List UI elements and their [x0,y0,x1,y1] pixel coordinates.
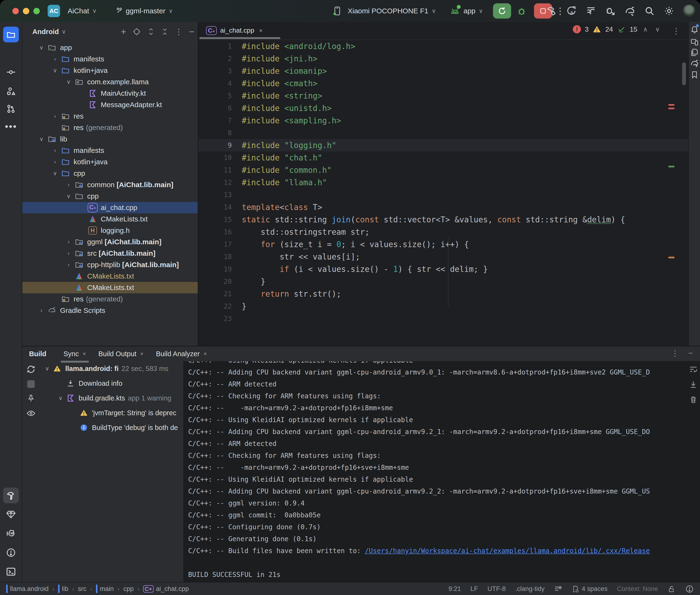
project-selector[interactable]: AiChat ∨ [63,4,101,18]
bookmarks-icon[interactable] [689,69,700,80]
resource-manager-icon[interactable] [689,47,700,58]
avatar[interactable] [682,4,696,18]
panel-options-icon[interactable]: ⋮ [175,27,183,36]
next-problem-icon[interactable]: ∨ [653,26,662,33]
chevron-expanded-icon[interactable]: ∨ [36,44,47,51]
chevron-expanded-icon[interactable]: ∨ [50,67,60,74]
build-run-hammer-icon[interactable] [545,5,558,17]
build-tab-sync[interactable]: Sync× [57,346,92,361]
expand-all-icon[interactable] [147,27,155,36]
tree-item-app[interactable]: ∨app [22,42,198,53]
tree-item-manifests[interactable]: ›manifests [22,145,198,156]
build-tree-item[interactable]: BuildType 'debug' is both de [40,420,183,435]
chevron-expanded-icon[interactable]: ∨ [36,136,47,142]
breadcrumb-llama-android[interactable]: llama.android [6,585,49,593]
run-config-selector[interactable]: app ∨ [461,4,485,18]
project-view-selector[interactable]: Android [32,28,59,36]
lock-icon[interactable] [668,585,676,593]
terminal-tool-button[interactable] [3,564,19,579]
branch-selector[interactable]: ggml-master ∨ [111,4,177,18]
tree-item-cpp-httplib[interactable]: ›cpp-httplib [AiChat.lib.main] [22,259,198,271]
gradle-icon[interactable] [689,58,700,68]
debug-button[interactable] [515,5,528,17]
build-tree-item[interactable]: 'jvmTarget: String' is deprec [40,405,183,420]
profiler-icon[interactable] [585,5,597,17]
device-selector[interactable]: Xiaomi POCOPHONE F1 ∨ [343,4,440,18]
build-tab-build-output[interactable]: Build Output× [92,346,150,361]
tree-item-cmakelists-txt[interactable]: CMakeLists.txt [22,282,198,293]
chevron-collapsed-icon[interactable]: › [50,56,60,62]
prev-problem-icon[interactable]: ∧ [641,26,649,33]
device-manager-icon[interactable] [689,37,700,47]
formatter-icon[interactable] [554,585,562,593]
gradle-sync-icon[interactable] [624,5,636,17]
tree-item-kotlin-java[interactable]: ›kotlin+java [22,156,198,168]
build-output-path-link[interactable]: /Users/hanyin/Workspace/ai-chat/examples… [365,547,650,555]
close-window-button[interactable] [12,8,19,14]
breadcrumb-ai-chat-cpp[interactable]: C+ai_chat.cpp [143,585,189,593]
tree-item-res[interactable]: ›res [22,111,198,122]
editor-scrollbar[interactable] [682,62,686,85]
tree-item-src[interactable]: ›src [AiChat.lib.main] [22,248,198,259]
settings-gear-icon[interactable] [663,5,675,17]
close-tab-icon[interactable]: × [140,350,144,357]
locate-file-icon[interactable] [133,27,141,36]
chevron-collapsed-icon[interactable]: › [63,250,74,257]
tree-item-mainactivity-kt[interactable]: MainActivity.kt [22,88,198,99]
chevron-collapsed-icon[interactable]: › [50,147,60,154]
line-ending[interactable]: LF [470,585,478,593]
maximize-window-button[interactable] [33,8,40,14]
add-icon[interactable]: + [121,27,126,37]
attach-debugger-icon[interactable] [604,5,617,17]
tree-item-cmakelists-txt[interactable]: CMakeLists.txt [22,271,198,282]
collapse-all-icon[interactable] [161,27,169,36]
tree-item-ggml[interactable]: ›ggml [AiChat.lib.main] [22,236,198,248]
tree-item-res[interactable]: res(generated) [22,122,198,133]
hide-build-panel-icon[interactable]: − [688,349,693,358]
chevron-collapsed-icon[interactable]: › [63,261,74,268]
file-encoding[interactable]: UTF-8 [487,585,506,593]
filter-view-eye-icon[interactable] [26,409,35,418]
chevron-collapsed-icon[interactable]: › [63,238,74,245]
apply-changes-icon[interactable]: A [565,5,578,17]
status-problems-icon[interactable] [685,585,694,593]
rerun-button[interactable] [493,3,511,19]
scroll-to-end-icon[interactable] [689,380,698,389]
hide-panel-icon[interactable]: − [189,27,194,37]
close-tab-icon[interactable]: × [203,350,207,357]
build-tree-item[interactable]: Download info [40,376,183,391]
commit-tool-button[interactable] [3,64,19,80]
chevron-expanded-icon[interactable]: ∨ [50,170,60,177]
chevron-collapsed-icon[interactable]: › [36,307,47,314]
build-tree-item[interactable]: ∨llama.android: fi22 sec, 583 ms [40,361,183,376]
tab-list-icon[interactable]: ⋮ [672,26,680,36]
search-icon[interactable] [643,5,656,17]
chevron-collapsed-icon[interactable]: › [50,159,60,165]
notifications-bell-icon[interactable] [689,24,700,34]
tree-item-manifests[interactable]: ›manifests [22,53,198,65]
tree-item-kotlin-java[interactable]: ∨kotlin+java [22,65,198,76]
tree-item-messageadapter-kt[interactable]: MessageAdapter.kt [22,99,198,111]
sync-refresh-icon[interactable] [26,365,36,374]
chevron-expanded-icon[interactable]: ∨ [56,395,65,401]
breadcrumb-cpp[interactable]: cpp [123,585,134,593]
indent-setting[interactable]: 4 spaces [571,585,607,593]
tree-item-common[interactable]: ›common [AiChat.lib.main] [22,179,198,191]
logcat-tool-button[interactable] [3,526,19,541]
tree-item-ai-chat-cpp[interactable]: C+ai_chat.cpp [22,202,198,213]
tree-item-cmakelists-txt[interactable]: CMakeLists.txt [22,213,198,225]
project-tool-button[interactable] [3,27,19,42]
minimize-window-button[interactable] [23,8,29,14]
clear-console-icon[interactable] [689,395,698,404]
pull-requests-tool-button[interactable] [3,101,19,117]
app-insights-tool-button[interactable] [3,507,19,522]
chevron-expanded-icon[interactable]: ∨ [63,193,74,200]
build-console[interactable]: C/C++: -- Using KleidiAI optimized kerne… [184,361,700,582]
chevron-collapsed-icon[interactable]: › [50,113,60,119]
tree-item-lib[interactable]: ∨lib [22,133,198,145]
breadcrumb-lib[interactable]: lib [58,585,68,593]
tree-item-cpp[interactable]: ∨cpp [22,168,198,179]
tree-item-res[interactable]: res(generated) [22,293,198,305]
soft-wrap-icon[interactable] [689,365,698,374]
build-tree-item[interactable]: ∨build.gradle.ktsapp 1 warning [40,391,183,405]
